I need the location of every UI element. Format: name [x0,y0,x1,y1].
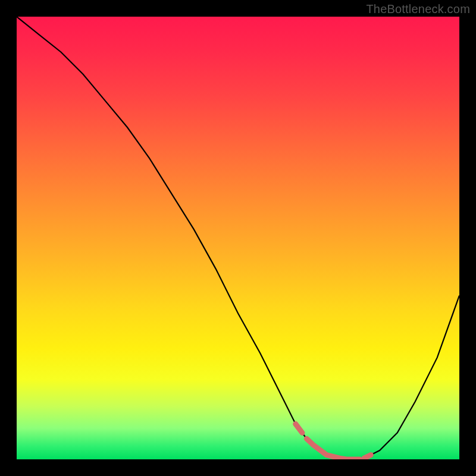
plot-area [17,17,459,459]
bottleneck-curve [17,17,459,459]
curve-svg [17,17,459,459]
chart-frame: TheBottleneck.com [0,0,476,476]
highlight-floor [306,439,359,459]
highlight-right-dot [364,455,371,459]
highlight-left-dot [296,424,302,433]
watermark-text: TheBottleneck.com [366,2,470,16]
